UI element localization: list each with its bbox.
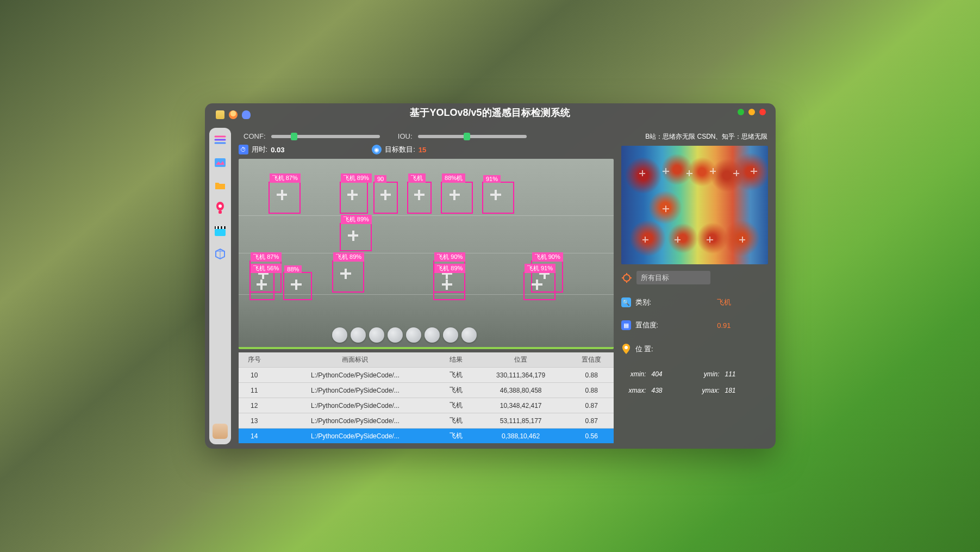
xmax-value: 438 [652, 387, 663, 394]
target-select-row [621, 271, 768, 284]
iou-slider[interactable] [418, 135, 527, 138]
svg-rect-3 [215, 158, 226, 167]
detection-image[interactable]: 飞机 87%飞机 89%90飞机88%机91%飞机 89%飞机 87%飞机 56… [239, 159, 614, 349]
svg-rect-9 [216, 226, 217, 229]
airplane-icon [448, 189, 461, 202]
detection-box[interactable]: 90 [373, 182, 398, 214]
table-header[interactable]: 序号 [239, 352, 271, 368]
sidebar-folder-icon[interactable] [213, 179, 227, 192]
traffic-red[interactable] [759, 109, 766, 115]
svg-rect-6 [219, 210, 222, 214]
count-label: 目标数目: [385, 145, 415, 154]
sidebar-record-icon[interactable] [213, 202, 227, 215]
location-label: 位 置: [635, 344, 653, 354]
user-avatar[interactable] [213, 424, 228, 439]
location-pin-icon [621, 343, 631, 355]
detection-box[interactable]: 飞机 87% [269, 182, 301, 214]
detection-box[interactable]: 91% [482, 182, 514, 214]
detection-box[interactable]: 飞机 89% [433, 272, 465, 300]
detection-label: 飞机 56% [251, 264, 282, 273]
airplane-icon [255, 278, 268, 291]
sidebar-cube-icon[interactable] [213, 247, 227, 261]
right-column: B站：思绪亦无限 CSDN、知乎：思绪无限 🔍 类别: 飞机 ▦ [621, 127, 768, 443]
detection-label: 飞机 90% [532, 252, 563, 262]
left-column: CONF: IOU: ⏱ 用时: 0.03 ◉ 目标数目: 15 [239, 127, 614, 443]
detection-box[interactable]: 飞机 [407, 182, 432, 214]
app-body: CONF: IOU: ⏱ 用时: 0.03 ◉ 目标数目: 15 [205, 123, 776, 449]
crosshair-icon [621, 272, 632, 283]
table-row[interactable]: 13L:/PythonCode/PySideCode/...飞机53,111,8… [239, 413, 614, 429]
heatmap-airplane-icon [733, 170, 740, 177]
threshold-sliders: CONF: IOU: [239, 127, 614, 144]
coords-grid: xmin:404 ymin:111 xmax:438 ymax:181 [621, 366, 768, 399]
airplane-icon [489, 189, 502, 202]
svg-rect-7 [215, 229, 226, 236]
target-select[interactable] [636, 271, 710, 284]
detection-label: 90 [374, 175, 386, 183]
titlebar-icons [216, 110, 251, 119]
table-header[interactable]: 结果 [440, 352, 472, 368]
airplane-icon [347, 229, 360, 242]
heatmap-airplane-icon [709, 167, 717, 175]
heatmap-airplane-icon [662, 205, 670, 213]
detection-label: 飞机 89% [341, 215, 372, 224]
airplane-icon [276, 189, 289, 202]
heatmap-airplane-icon [662, 167, 670, 175]
table-row[interactable]: 14L:/PythonCode/PySideCode/...飞机0,388,10… [239, 429, 614, 444]
heatmap-airplane-icon [739, 236, 746, 244]
main-area: CONF: IOU: ⏱ 用时: 0.03 ◉ 目标数目: 15 [231, 123, 776, 449]
class-icon: 🔍 [621, 297, 631, 307]
results-table-wrap: 序号画面标识结果位置置信度 10L:/PythonCode/PySideCode… [239, 352, 614, 443]
detection-label: 88%机 [442, 173, 465, 183]
traffic-lights [738, 109, 766, 115]
traffic-green[interactable] [738, 109, 744, 115]
heatmap-airplane-icon [674, 236, 682, 244]
svg-point-12 [623, 275, 630, 281]
svg-point-17 [625, 346, 628, 349]
timer-icon: ⏱ [239, 145, 248, 154]
svg-point-5 [219, 204, 222, 208]
bell-icon[interactable] [242, 110, 251, 119]
airplane-icon [440, 278, 453, 291]
table-row[interactable]: 12L:/PythonCode/PySideCode/...飞机10,348,4… [239, 398, 614, 413]
detection-box[interactable]: 88% [283, 272, 311, 300]
storage-tanks [332, 327, 477, 343]
table-header[interactable]: 置信度 [570, 352, 614, 368]
sidebar [209, 128, 231, 444]
airplane-icon [379, 189, 392, 202]
location-row: 位 置: [621, 343, 768, 355]
heatmap-image[interactable] [621, 146, 768, 264]
confidence-value: 0.91 [717, 321, 731, 330]
table-row[interactable]: 10L:/PythonCode/PySideCode/...飞机330,111,… [239, 368, 614, 383]
sidebar-clapper-icon[interactable] [213, 225, 227, 238]
table-header[interactable]: 位置 [472, 352, 570, 368]
results-table[interactable]: 序号画面标识结果位置置信度 10L:/PythonCode/PySideCode… [239, 352, 614, 443]
ymin-value: 111 [725, 370, 736, 378]
time-value: 0.03 [271, 146, 298, 154]
table-row[interactable]: 11L:/PythonCode/PySideCode/...飞机46,388,8… [239, 383, 614, 398]
app-window: 基于YOLOv8/v5的遥感目标检测系统 [205, 103, 776, 449]
detection-box[interactable]: 飞机 89% [340, 223, 372, 251]
detection-label: 飞机 90% [434, 252, 465, 262]
sidebar-image-icon[interactable] [213, 156, 227, 169]
info-line: ⏱ 用时: 0.03 ◉ 目标数目: 15 [239, 144, 614, 159]
detection-box[interactable]: 飞机 89% [340, 182, 368, 214]
detection-box[interactable]: 飞机 91% [523, 272, 555, 300]
sidebar-menu-icon[interactable] [213, 133, 227, 146]
heatmap-airplane-icon [706, 236, 714, 244]
table-header[interactable]: 画面标识 [270, 352, 440, 368]
class-row: 🔍 类别: 飞机 [621, 297, 768, 307]
detection-box[interactable]: 88%机 [441, 182, 473, 214]
traffic-yellow[interactable] [748, 109, 755, 115]
airplane-icon [290, 278, 303, 291]
conf-slider[interactable] [271, 135, 380, 138]
class-value: 飞机 [717, 297, 731, 307]
ymax-label: ymax: [695, 387, 720, 394]
count-value: 15 [419, 146, 446, 154]
user-icon[interactable] [229, 110, 238, 119]
conf-label: CONF: [239, 132, 266, 140]
detection-label: 飞机 89% [333, 252, 364, 262]
detection-label: 飞机 [408, 173, 426, 183]
detection-box[interactable]: 飞机 56% [249, 272, 274, 300]
detection-box[interactable]: 飞机 89% [332, 261, 364, 293]
